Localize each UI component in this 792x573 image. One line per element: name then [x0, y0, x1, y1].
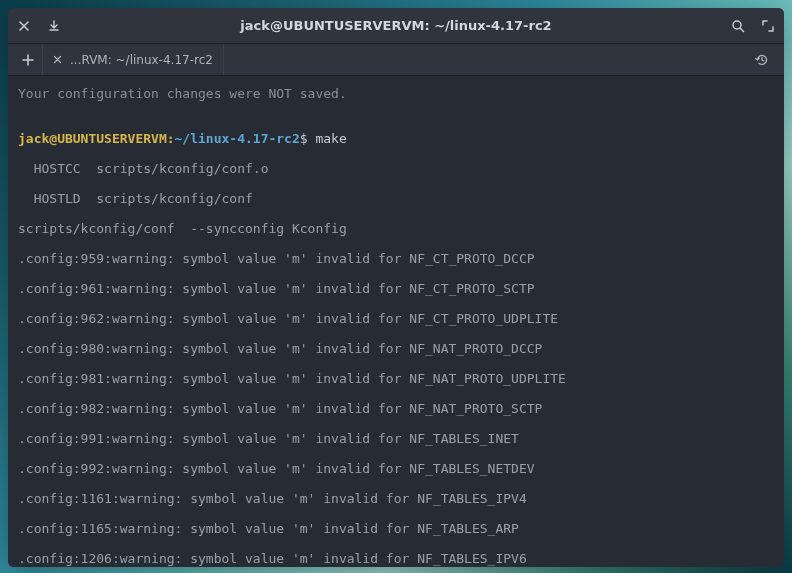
prompt-dollar: $ — [300, 131, 308, 146]
prompt-user: jack@UBUNTUSERVERVM — [18, 131, 167, 146]
output-line: HOSTCC scripts/kconfig/conf.o — [18, 161, 774, 176]
download-icon[interactable] — [46, 18, 62, 34]
prompt-command: make — [315, 131, 346, 146]
output-line: .config:992:warning: symbol value 'm' in… — [18, 461, 774, 476]
output-line: .config:982:warning: symbol value 'm' in… — [18, 401, 774, 416]
tab-close-icon[interactable] — [53, 53, 62, 67]
output-line: .config:1165:warning: symbol value 'm' i… — [18, 521, 774, 536]
tabbar-spacer — [224, 44, 746, 75]
prompt-path: ~/linux-4.17-rc2 — [175, 131, 300, 146]
output-line: .config:1161:warning: symbol value 'm' i… — [18, 491, 774, 506]
output-line: .config:1206:warning: symbol value 'm' i… — [18, 551, 774, 566]
output-line: .config:959:warning: symbol value 'm' in… — [18, 251, 774, 266]
output-line: .config:991:warning: symbol value 'm' in… — [18, 431, 774, 446]
tab-terminal[interactable]: ...RVM: ~/linux-4.17-rc2 — [42, 44, 224, 75]
history-icon[interactable] — [746, 44, 778, 75]
new-tab-button[interactable] — [14, 44, 42, 75]
window-title: jack@UBUNTUSERVERVM: ~/linux-4.17-rc2 — [62, 18, 730, 33]
prompt-line: jack@UBUNTUSERVERVM:~/linux-4.17-rc2$ ma… — [18, 131, 774, 146]
output-line: .config:981:warning: symbol value 'm' in… — [18, 371, 774, 386]
output-line: .config:962:warning: symbol value 'm' in… — [18, 311, 774, 326]
search-icon[interactable] — [730, 18, 746, 34]
output-line: .config:961:warning: symbol value 'm' in… — [18, 281, 774, 296]
output-line: Your configuration changes were NOT save… — [18, 86, 774, 101]
output-line: scripts/kconfig/conf --syncconfig Kconfi… — [18, 221, 774, 236]
close-icon[interactable] — [16, 18, 32, 34]
titlebar: jack@UBUNTUSERVERVM: ~/linux-4.17-rc2 — [8, 8, 784, 44]
terminal-output[interactable]: Your configuration changes were NOT save… — [8, 76, 784, 567]
output-line: HOSTLD scripts/kconfig/conf — [18, 191, 774, 206]
output-line: .config:980:warning: symbol value 'm' in… — [18, 341, 774, 356]
maximize-icon[interactable] — [760, 18, 776, 34]
terminal-window: jack@UBUNTUSERVERVM: ~/linux-4.17-rc2 ..… — [8, 8, 784, 567]
tabbar: ...RVM: ~/linux-4.17-rc2 — [8, 44, 784, 76]
tab-label: ...RVM: ~/linux-4.17-rc2 — [70, 53, 213, 67]
